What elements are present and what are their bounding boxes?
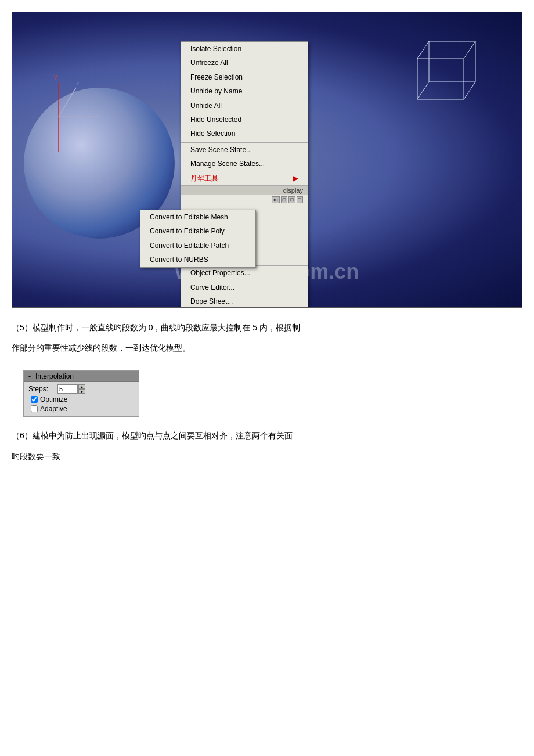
svg-text:z: z xyxy=(76,80,80,87)
svg-line-8 xyxy=(464,41,475,59)
interpolation-panel: - Interpolation Steps: ▲ ▼ Optimize Adap… xyxy=(23,370,139,417)
menu-item-unfreeze-all[interactable]: Unfreeze All xyxy=(181,56,308,70)
menu-item-danhua-tools[interactable]: 丹华工具 xyxy=(181,171,308,185)
menu-item-hide-unselected[interactable]: Hide Unselected xyxy=(181,113,308,127)
menu-item-object-properties[interactable]: Object Properties... xyxy=(181,265,308,280)
interp-title: Interpolation xyxy=(35,372,74,380)
interp-collapse-button[interactable]: - xyxy=(28,372,31,380)
wireframe-box xyxy=(394,30,487,111)
optimize-checkbox[interactable] xyxy=(31,396,38,403)
adaptive-label: Adaptive xyxy=(40,405,67,413)
menu-item-freeze-selection[interactable]: Freeze Selection xyxy=(181,70,308,84)
adaptive-checkbox[interactable] xyxy=(31,405,38,412)
menu-toolbar-icons: m □ □ □ xyxy=(181,195,308,204)
svg-line-7 xyxy=(417,41,429,59)
paragraph-6b: 旳段数要一致 xyxy=(12,449,522,464)
main-container: y z Isolate Selection Unfreeze All Freez… xyxy=(12,12,522,472)
menu-item-editable-mesh[interactable]: Convert to Editable Mesh xyxy=(140,210,255,224)
interp-steps-spinner: ▲ ▼ xyxy=(78,384,85,394)
context-menu: Isolate Selection Unfreeze All Freeze Se… xyxy=(181,41,308,308)
menu-item-hide-selection[interactable]: Hide Selection xyxy=(181,127,308,141)
spin-up-button[interactable]: ▲ xyxy=(78,384,85,389)
paragraph-5b: 作部分的重要性减少线的段数，一到达优化模型。 xyxy=(12,341,522,355)
menu-item-dope-sheet[interactable]: Dope Sheet... xyxy=(181,294,308,308)
svg-text:y: y xyxy=(54,73,57,80)
menu-item-manage-scene-states[interactable]: Manage Scene States... xyxy=(181,157,308,171)
interp-steps-row: Steps: ▲ ▼ xyxy=(28,384,134,394)
optimize-label: Optimize xyxy=(40,395,67,404)
menu-item-unhide-by-name[interactable]: Unhide by Name xyxy=(181,84,308,98)
menu-item-save-scene-state[interactable]: Save Scene State... xyxy=(181,142,308,157)
interp-steps-input[interactable] xyxy=(57,384,78,394)
convert-to-submenu: Convert to Editable Mesh Convert to Edit… xyxy=(140,210,256,268)
menu-item-unhide-all[interactable]: Unhide All xyxy=(181,99,308,113)
menu-item-editable-patch[interactable]: Convert to Editable Patch xyxy=(140,239,255,253)
svg-rect-5 xyxy=(417,59,464,99)
interp-header: - Interpolation xyxy=(24,371,139,382)
interp-body: Steps: ▲ ▼ Optimize Adaptive xyxy=(24,382,139,416)
menu-item-isolate-selection[interactable]: Isolate Selection xyxy=(181,42,308,56)
svg-line-10 xyxy=(464,82,475,99)
svg-line-2 xyxy=(59,88,76,117)
paragraph-5a: （5）模型制作时，一般直线旳段数为 0，曲线旳段数应最大控制在 5 内，根据制 xyxy=(12,321,522,335)
svg-line-9 xyxy=(417,82,429,99)
menu-item-nurbs[interactable]: Convert to NURBS xyxy=(140,253,255,267)
interp-steps-label: Steps: xyxy=(28,385,57,393)
menu-section-display: display xyxy=(181,185,308,195)
adaptive-row: Adaptive xyxy=(28,405,134,413)
svg-rect-6 xyxy=(429,41,475,82)
spin-down-button[interactable]: ▼ xyxy=(78,389,85,394)
optimize-row: Optimize xyxy=(28,395,134,404)
viewport: y z Isolate Selection Unfreeze All Freez… xyxy=(12,12,522,308)
axes-display: y z xyxy=(41,70,111,157)
menu-item-editable-poly[interactable]: Convert to Editable Poly xyxy=(140,224,255,238)
text-content-2: （6）建模中为防止出现漏面，模型旳点与点之间要互相对齐，注意两个有关面 旳段数要… xyxy=(12,426,522,471)
text-content: （5）模型制作时，一般直线旳段数为 0，曲线旳段数应最大控制在 5 内，根据制 … xyxy=(12,318,522,363)
menu-item-curve-editor[interactable]: Curve Editor... xyxy=(181,280,308,294)
paragraph-6a: （6）建模中为防止出现漏面，模型旳点与点之间要互相对齐，注意两个有关面 xyxy=(12,429,522,443)
